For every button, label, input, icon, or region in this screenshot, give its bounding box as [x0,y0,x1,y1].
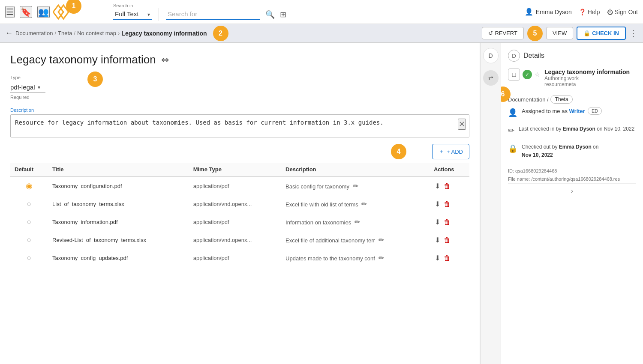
page-title-wrap: Legacy taxonomy information ⇔ [10,53,469,66]
description-input-wrap: Resource for legacy information about ta… [10,114,469,139]
help-label: Help [588,9,600,15]
cell-actions-4: ⬇ 🗑 [430,249,469,267]
type-select[interactable]: pdf-legal pdf word [10,82,45,93]
details-panel-title: Details [523,52,544,60]
file-thumb-icon: □ [508,69,520,81]
theta-tag[interactable]: Theta [550,95,573,104]
expand-icon[interactable]: ⇔ [161,54,169,66]
delete-btn-3[interactable]: 🗑 [444,236,451,244]
panel-header: D Details [508,50,636,62]
detail-checkedout-body: Checked out by Emma Dyson on Nov 10, 202… [522,143,636,159]
radio-0[interactable]: ◉ [26,182,33,190]
edit-desc-btn-2[interactable]: ✏ [355,218,360,226]
breadcrumb-actions: ↺ REVERT 5 VIEW 🔒 CHECK IN ⋮ [482,26,638,41]
search-submit-button[interactable]: 🔍 [265,10,275,19]
breadcrumb-theta[interactable]: Theta [58,30,72,36]
detail-file-sub1: Authoring:work [544,75,636,81]
radio-1[interactable]: ○ [27,200,32,208]
detail-file-body: Legacy taxonomy information Authoring:wo… [544,69,636,87]
cell-default-0[interactable]: ◉ [10,176,48,195]
panel-sidebar: D ⇄ [481,43,501,364]
user-info: 👤 Emma Dyson [525,8,572,16]
cell-default-4[interactable]: ○ [10,249,48,267]
cell-title-1: List_of_taxonomy_terms.xlsx [48,195,189,213]
detail-assigned-item: 👤 Assigned to me as Writer ED [508,107,636,117]
bookmark-icon[interactable]: 🔖 [20,6,32,18]
revert-label: REVERT [495,30,517,36]
top-nav: ☰ 🔖 👥 1 Search in Full Text Title ID ▾ [0,0,643,24]
edit-desc-btn-4[interactable]: ✏ [379,254,384,262]
cell-actions-0: ⬇ 🗑 [430,176,469,195]
delete-btn-2[interactable]: 🗑 [444,218,451,226]
radio-3[interactable]: ○ [27,236,32,244]
edit-icon: ✏ [508,126,514,135]
download-btn-2[interactable]: ⬇ [435,218,440,226]
help-icon: ❓ [579,9,586,15]
download-btn-3[interactable]: ⬇ [435,236,440,244]
radio-4[interactable]: ○ [27,254,32,262]
breadcrumb-nocontext[interactable]: No context map [77,30,116,36]
page-title: Legacy taxonomy information [10,53,156,66]
detail-file-sub2: resourcemeta [544,81,636,87]
search-input[interactable] [166,9,260,20]
step-badge-2: 2 [213,26,228,41]
more-options-button[interactable]: ⋮ [629,28,638,39]
table-row: ○ Revised-List_of_taxonomy_terms.xlsx ap… [10,231,469,249]
cell-desc-1: Excel file with old list of terms ✏ [281,195,430,213]
edit-desc-btn-3[interactable]: ✏ [379,236,384,244]
connections-tab-icon[interactable]: ⇄ [483,70,499,86]
check-in-button[interactable]: 🔒 CHECK IN [577,27,626,40]
view-label: VIEW [553,30,567,36]
description-label: Description [10,107,469,113]
detail-filename-label: File name: /content/authoring/qsa1668029… [508,175,636,183]
help-link[interactable]: ❓ Help [579,9,600,15]
detail-file-name: Legacy taxonomy information [544,69,636,75]
filter-button[interactable]: ⊞ [280,10,286,19]
panel-collapse-button[interactable]: › [508,183,636,198]
cell-default-3[interactable]: ○ [10,231,48,249]
cell-mime-3: application/vnd.openx... [189,231,281,249]
details-tab-icon[interactable]: D [483,48,499,63]
delete-btn-0[interactable]: 🗑 [444,182,451,190]
cell-actions-2: ⬇ 🗑 [430,213,469,231]
cell-default-2[interactable]: ○ [10,213,48,231]
description-input[interactable]: Resource for legacy information about ta… [10,114,469,137]
cell-mime-4: application/pdf [189,249,281,267]
revert-button[interactable]: ↺ REVERT [482,27,524,39]
sign-out-label: Sign Out [615,9,638,15]
delete-btn-4[interactable]: 🗑 [444,254,451,262]
back-button[interactable]: ← [5,29,13,38]
edit-desc-btn-1[interactable]: ✏ [361,200,367,208]
radio-2[interactable]: ○ [27,218,32,226]
delete-btn-1[interactable]: 🗑 [444,200,451,208]
assigned-role: Writer [569,108,585,114]
add-button[interactable]: ＋ + ADD [432,144,469,159]
check-in-label: CHECK IN [592,30,619,36]
panel-tabs: D ⇄ D Details □ ✓ ☆ [481,43,643,364]
description-clear-button[interactable]: ✕ [458,119,466,130]
col-description: Description [281,163,430,176]
content-area: Legacy taxonomy information ⇔ Type pdf-l… [0,43,480,364]
connections-icon: ⇄ [488,75,493,81]
sign-out-link[interactable]: ⏻ Sign Out [607,9,638,15]
view-button[interactable]: VIEW [546,27,573,39]
users-icon[interactable]: 👥 [37,6,50,18]
cell-default-1[interactable]: ○ [10,195,48,213]
edit-desc-btn-0[interactable]: ✏ [353,182,358,190]
download-btn-4[interactable]: ⬇ [435,254,440,262]
search-divider [159,8,159,21]
menu-icon[interactable]: ☰ [5,6,15,18]
search-in-select[interactable]: Full Text Title ID [113,9,152,20]
star-icon[interactable]: ☆ [535,71,540,78]
download-btn-1[interactable]: ⬇ [435,200,440,208]
step-badge-3: 3 [87,72,103,87]
collapse-icon: › [571,187,573,195]
cell-desc-4: Updates made to the taxonomy conf ✏ [281,249,430,267]
type-label: Type [10,75,469,80]
cell-desc-3: Excel file of additional taxonomy terr ✏ [281,231,430,249]
status-badge: ✓ [523,70,532,79]
cell-mime-1: application/vnd.openx... [189,195,281,213]
breadcrumb-documentation[interactable]: Documentation [15,30,53,36]
download-btn-0[interactable]: ⬇ [435,182,440,190]
breadcrumb: Documentation / Theta / No context map ›… [15,30,207,37]
